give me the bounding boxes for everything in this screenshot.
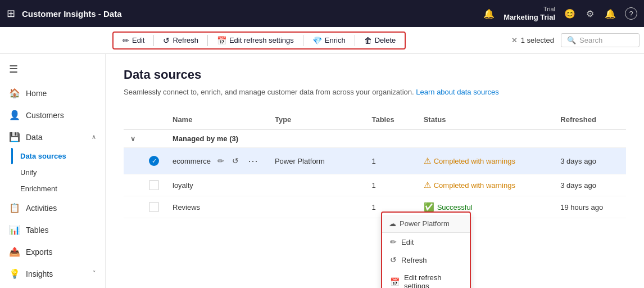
sidebar-item-home-label: Home <box>26 89 47 98</box>
group-collapse-icon[interactable]: ∨ <box>124 130 142 148</box>
selected-badge: ✕ 1 selected <box>511 36 554 44</box>
sidebar-item-insights[interactable]: 💡 Insights ˅ <box>0 263 105 285</box>
data-submenu: Data sources Unify Enrichment <box>0 148 105 197</box>
sidebar-item-exports-label: Exports <box>26 248 52 256</box>
group-label: Managed by me (3) <box>166 130 626 148</box>
sidebar-item-unify-label: Unify <box>20 168 37 177</box>
status-text-loyalty: Completed with warnings <box>434 181 515 190</box>
edit-button[interactable]: ✏ Edit <box>117 34 150 47</box>
col-type-header: Type <box>268 110 365 130</box>
col-collapse <box>124 110 142 130</box>
customers-icon: 👤 <box>9 110 20 120</box>
row-checkbox-loyalty[interactable] <box>142 174 166 196</box>
sidebar-item-data-label: Data <box>26 133 43 142</box>
row-actions: ✏ ↺ ⋯ <box>215 154 261 168</box>
actionbar: ✏ Edit ↺ Refresh 📅 Edit refresh settings… <box>0 27 644 54</box>
selected-count-text: 1 selected <box>521 36 554 44</box>
notification-bell-icon[interactable]: 🔔 <box>483 8 495 19</box>
sidebar-item-settings[interactable]: ⚙ Settings ˅ <box>0 285 105 288</box>
trial-info: Trial Marketing Trial <box>504 6 555 21</box>
user-face-icon[interactable]: 😊 <box>564 8 575 19</box>
row-refreshed-loyalty: 3 days ago <box>554 174 626 196</box>
check-circle-icon: ✓ <box>149 156 159 166</box>
sidebar-item-unify[interactable]: Unify <box>11 164 105 181</box>
refresh-button[interactable]: ↺ Refresh <box>157 34 204 47</box>
sidebar-item-data-sources[interactable]: Data sources <box>11 148 105 164</box>
sidebar-item-tables-label: Tables <box>26 226 48 235</box>
enrich-button[interactable]: 💎 Enrich <box>307 34 351 47</box>
row-status: ⚠ Completed with warnings <box>417 148 554 174</box>
col-refreshed-header: Refreshed <box>554 110 626 130</box>
page-title: Data sources <box>124 68 626 82</box>
col-check <box>142 110 166 130</box>
close-selection-icon[interactable]: ✕ <box>511 36 518 44</box>
row-edit-icon[interactable]: ✏ <box>215 155 226 166</box>
table-row: loyalty 1 ⚠ Completed with warnings 3 da… <box>124 174 626 196</box>
edit-icon: ✏ <box>123 36 129 45</box>
gear-icon[interactable]: ⚙ <box>584 8 596 19</box>
sidebar-item-activities-label: Activities <box>26 204 57 213</box>
row-indent <box>124 174 142 196</box>
data-chevron-icon: ∧ <box>92 133 96 141</box>
ctx-edit-label: Edit <box>401 238 414 246</box>
row-indent <box>124 148 142 174</box>
actionbar-right: ✕ 1 selected 🔍 Search <box>511 33 640 47</box>
sidebar-item-data[interactable]: 💾 Data ∧ <box>0 126 105 148</box>
tables-icon: 📊 <box>9 224 20 235</box>
home-icon: 🏠 <box>9 88 20 98</box>
context-menu: ☁ Power Platform ✏ Edit ↺ Refresh 📅 Edit… <box>381 212 471 288</box>
data-sources-table: Name Type Tables Status Refreshed ∨ Mana… <box>124 110 626 218</box>
ctx-refresh[interactable]: ↺ Refresh <box>382 251 470 269</box>
row-name-reviews: Reviews <box>166 196 268 218</box>
activities-icon: 📋 <box>9 202 20 213</box>
ctx-refresh-label: Refresh <box>401 256 427 264</box>
ecommerce-name: ecommerce <box>173 157 211 165</box>
warn-icon: ⚠ <box>424 156 431 166</box>
row-tables: 1 <box>365 148 416 174</box>
hamburger-menu[interactable]: ☰ <box>0 56 105 82</box>
enrich-icon: 💎 <box>312 36 322 45</box>
row-more-icon[interactable]: ⋯ <box>244 154 261 168</box>
row-refreshed-reviews: 19 hours ago <box>554 196 626 218</box>
insights-chevron-icon: ˅ <box>93 270 96 277</box>
search-placeholder: Search <box>579 36 602 44</box>
sidebar-item-customers[interactable]: 👤 Customers <box>0 104 105 126</box>
sidebar-item-data-sources-label: Data sources <box>20 152 66 160</box>
row-tables-loyalty: 1 <box>365 174 416 196</box>
learn-link[interactable]: Learn about data sources <box>416 88 498 96</box>
sidebar-item-exports[interactable]: 📤 Exports <box>0 241 105 263</box>
topbar: ⊞ Customer Insights - Data 🔔 Trial Marke… <box>0 0 644 27</box>
table-row: ✓ ecommerce ✏ ↺ ⋯ Power Platform <box>124 148 626 174</box>
col-name-header: Name <box>166 110 268 130</box>
row-indent <box>124 196 142 218</box>
row-type-loyalty <box>268 174 365 196</box>
grid-icon[interactable]: ⊞ <box>7 7 15 20</box>
separator-1 <box>153 35 154 46</box>
refresh-icon: ↺ <box>163 36 170 45</box>
row-checkbox[interactable]: ✓ <box>142 148 166 174</box>
row-refresh-icon[interactable]: ↺ <box>230 155 241 166</box>
topbar-right: 🔔 Trial Marketing Trial 😊 ⚙ 🔔 ? <box>483 6 637 21</box>
table-row: Reviews 1 ✅ Successful 19 hours ago <box>124 196 626 218</box>
row-name: ecommerce ✏ ↺ ⋯ <box>166 148 268 174</box>
sidebar-item-tables[interactable]: 📊 Tables <box>0 219 105 241</box>
sidebar-item-home[interactable]: 🏠 Home <box>0 82 105 104</box>
search-icon: 🔍 <box>567 36 576 44</box>
sidebar-item-enrichment[interactable]: Enrichment <box>11 181 105 197</box>
row-checkbox-reviews[interactable] <box>142 196 166 218</box>
ctx-edit-refresh-label: Edit refresh settings <box>404 273 462 288</box>
trial-label: Trial <box>504 6 555 12</box>
status-text: Completed with warnings <box>434 157 515 165</box>
row-type-reviews <box>268 196 365 218</box>
sidebar-item-activities[interactable]: 📋 Activities <box>0 197 105 219</box>
bell-icon[interactable]: 🔔 <box>605 8 616 19</box>
ctx-edit[interactable]: ✏ Edit <box>382 233 470 251</box>
edit-refresh-settings-button[interactable]: 📅 Edit refresh settings <box>211 34 300 47</box>
ctx-edit-refresh-settings[interactable]: 📅 Edit refresh settings <box>382 269 470 288</box>
search-box[interactable]: 🔍 Search <box>561 33 640 47</box>
delete-button[interactable]: 🗑 Delete <box>359 34 402 47</box>
help-icon[interactable]: ? <box>625 7 637 20</box>
sidebar-item-customers-label: Customers <box>26 111 64 120</box>
warn-icon-loyalty: ⚠ <box>424 180 431 190</box>
exports-icon: 📤 <box>9 246 20 257</box>
